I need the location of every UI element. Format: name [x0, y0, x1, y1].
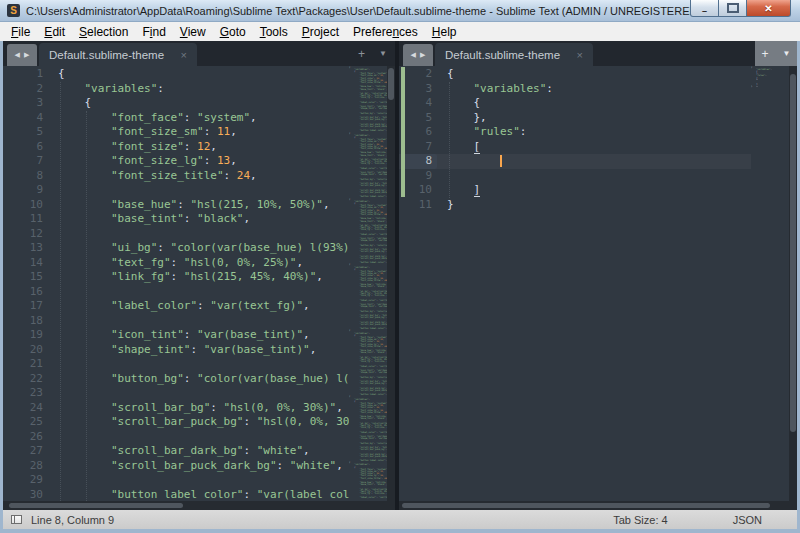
vertical-scrollbar-left[interactable]: [387, 66, 395, 501]
line-number[interactable]: 4: [399, 96, 432, 111]
code-line[interactable]: }: [447, 198, 751, 213]
line-number[interactable]: 1: [3, 67, 43, 82]
code-line[interactable]: "shape_tint": "var(base_tint)",: [58, 343, 349, 358]
line-number[interactable]: 26: [3, 430, 43, 445]
new-tab-icon[interactable]: +: [762, 47, 769, 61]
code-line[interactable]: "scroll_bar_dark_bg": "white",: [58, 444, 349, 459]
line-number[interactable]: 3: [3, 96, 43, 111]
minimize-button[interactable]: –: [690, 0, 719, 17]
panes-layout-icon[interactable]: [11, 515, 22, 524]
line-number[interactable]: 15: [3, 270, 43, 285]
code-line[interactable]: [58, 285, 349, 300]
menu-item-project[interactable]: Project: [295, 24, 346, 40]
code-line[interactable]: "font_size": 12,: [58, 140, 349, 155]
code-line[interactable]: "font_size_sm": 11,: [58, 125, 349, 140]
line-number[interactable]: 11: [3, 212, 43, 227]
code-line[interactable]: [58, 227, 349, 242]
minimap-right[interactable]: { "variables": { }, "rules": [ ]}: [751, 66, 789, 501]
line-number[interactable]: 14: [3, 256, 43, 271]
line-number[interactable]: 16: [3, 285, 43, 300]
code-line[interactable]: {: [447, 96, 751, 111]
code-line[interactable]: "base_tint": "black",: [58, 212, 349, 227]
line-number[interactable]: 5: [3, 125, 43, 140]
code-line[interactable]: [447, 169, 751, 184]
scrollbar-thumb[interactable]: [388, 68, 394, 100]
line-number[interactable]: 28: [3, 459, 43, 474]
line-number[interactable]: 11: [399, 198, 432, 213]
tab-default-sublime-theme[interactable]: Default.sublime-theme ×: [39, 43, 197, 66]
line-number[interactable]: 5: [399, 111, 432, 126]
menu-item-file[interactable]: File: [4, 24, 37, 40]
tab-scroll-arrows[interactable]: ◀ ▶: [403, 44, 433, 66]
line-number[interactable]: 21: [3, 357, 43, 372]
code-line[interactable]: [58, 430, 349, 445]
line-number[interactable]: 7: [399, 140, 432, 155]
code-area-right[interactable]: { "variables": { }, "rules": [ ]}: [447, 67, 751, 501]
code-line[interactable]: ]: [447, 183, 751, 198]
scrollbar-thumb[interactable]: [402, 503, 770, 508]
tab-overflow-icon[interactable]: ▼: [379, 49, 387, 58]
code-line[interactable]: "button_bg": "color(var(base_hue) l(93%)…: [58, 372, 349, 387]
line-number[interactable]: 2: [3, 82, 43, 97]
code-line[interactable]: "rules":: [447, 125, 751, 140]
line-number[interactable]: 6: [3, 140, 43, 155]
line-number[interactable]: 24: [3, 401, 43, 416]
scrollbar-thumb[interactable]: [9, 503, 183, 508]
tab-scroll-right-icon[interactable]: ▶: [420, 51, 425, 59]
code-line[interactable]: "button label color": "var(label color)"…: [58, 488, 349, 502]
tab-close-icon[interactable]: ×: [577, 49, 583, 61]
code-line[interactable]: {: [58, 67, 349, 82]
line-number[interactable]: 10: [3, 198, 43, 213]
horizontal-scrollbar-right[interactable]: [399, 501, 797, 510]
menu-item-help[interactable]: Help: [425, 24, 464, 40]
minimap-left[interactable]: { "variables": { "font_face": "system", …: [349, 66, 387, 501]
menu-item-view[interactable]: View: [173, 24, 213, 40]
code-line[interactable]: "font_size_lg": 13,: [58, 154, 349, 169]
code-line[interactable]: "variables":: [447, 82, 751, 97]
code-line[interactable]: [447, 154, 751, 169]
editor-left[interactable]: 1234567891011121314151617181920212223242…: [3, 66, 395, 501]
line-number[interactable]: 4: [3, 111, 43, 126]
code-line[interactable]: "font_face": "system",: [58, 111, 349, 126]
line-number[interactable]: 10: [399, 183, 432, 198]
menu-item-find[interactable]: Find: [135, 24, 172, 40]
syntax-indicator[interactable]: JSON: [733, 514, 762, 526]
tab-size-indicator[interactable]: Tab Size: 4: [613, 514, 667, 526]
line-number[interactable]: 18: [3, 314, 43, 329]
title-bar[interactable]: S C:\Users\Administrator\AppData\Roaming…: [0, 0, 800, 22]
code-line[interactable]: },: [447, 111, 751, 126]
line-number[interactable]: 7: [3, 154, 43, 169]
maximize-button[interactable]: [719, 0, 746, 17]
line-number[interactable]: 27: [3, 444, 43, 459]
line-number[interactable]: 23: [3, 386, 43, 401]
tab-scroll-left-icon[interactable]: ◀: [15, 51, 20, 59]
code-line[interactable]: {: [447, 67, 751, 82]
menu-item-goto[interactable]: Goto: [213, 24, 253, 40]
line-number[interactable]: 9: [3, 183, 43, 198]
line-number[interactable]: 20: [3, 343, 43, 358]
menu-item-preferences[interactable]: Preferences: [346, 24, 425, 40]
editor-right[interactable]: 234567891011 { "variables": { }, "rules"…: [399, 66, 797, 501]
scrollbar-thumb[interactable]: [790, 74, 796, 432]
line-number[interactable]: 22: [3, 372, 43, 387]
tab-default-sublime-theme[interactable]: Default.sublime-theme ×: [435, 43, 593, 66]
code-line[interactable]: [: [447, 140, 751, 155]
code-line[interactable]: "text_fg": "hsl(0, 0%, 25%)",: [58, 256, 349, 271]
code-line[interactable]: "ui_bg": "color(var(base_hue) l(93%))",: [58, 241, 349, 256]
line-number[interactable]: 29: [3, 473, 43, 488]
tab-scroll-left-icon[interactable]: ◀: [411, 51, 416, 59]
menu-item-edit[interactable]: Edit: [37, 24, 72, 40]
line-number[interactable]: 8: [399, 154, 432, 169]
horizontal-scrollbar-left[interactable]: [3, 501, 395, 510]
line-number[interactable]: 19: [3, 328, 43, 343]
new-tab-icon[interactable]: +: [358, 47, 365, 61]
code-line[interactable]: "scroll_bar_puck_dark_bg": "white",: [58, 459, 349, 474]
code-line[interactable]: "base_hue": "hsl(215, 10%, 50%)",: [58, 198, 349, 213]
code-line[interactable]: "font_size_title": 24,: [58, 169, 349, 184]
code-line[interactable]: {: [58, 96, 349, 111]
code-line[interactable]: [58, 357, 349, 372]
close-button[interactable]: ✕: [746, 0, 791, 17]
line-number[interactable]: 3: [399, 82, 432, 97]
code-line[interactable]: "variables":: [58, 82, 349, 97]
line-number[interactable]: 17: [3, 299, 43, 314]
